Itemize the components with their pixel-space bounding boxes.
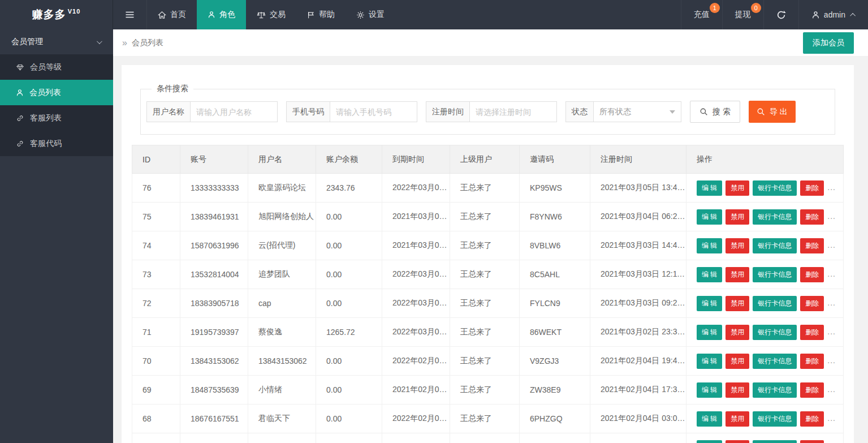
nav-item-recharge[interactable]: 充值 1 (681, 0, 722, 29)
bankcard-info-button[interactable]: 银行卡信息 (753, 238, 797, 253)
chevron-up-icon (850, 12, 856, 18)
edit-button[interactable]: 编 辑 (697, 354, 722, 369)
table-row: 7415870631996云(招代理)0.002021年03月06...王总来了… (132, 231, 844, 260)
more-actions[interactable]: ... (827, 212, 836, 221)
disable-button[interactable]: 禁用 (726, 325, 749, 340)
edit-button[interactable]: 编 辑 (697, 440, 722, 443)
bankcard-info-button[interactable]: 银行卡信息 (753, 296, 797, 311)
sidebar-item-service-list[interactable]: 客服列表 (0, 105, 113, 131)
sidebar-item-label: 客服列表 (30, 113, 62, 123)
username-input[interactable] (191, 102, 277, 122)
edit-button[interactable]: 编 辑 (697, 325, 722, 340)
sidebar-item-member-level[interactable]: 会员等级 (0, 54, 113, 80)
delete-button[interactable]: 删除 (800, 296, 824, 311)
cell-account: 15870631996 (180, 231, 248, 260)
edit-button[interactable]: 编 辑 (697, 382, 722, 398)
edit-button[interactable]: 编 辑 (697, 180, 722, 196)
disable-button[interactable]: 禁用 (726, 411, 749, 427)
bankcard-info-button[interactable]: 银行卡信息 (753, 440, 797, 443)
cell-account: 18676167551 (180, 405, 248, 433)
more-actions[interactable]: ... (827, 298, 836, 307)
bankcard-info-button[interactable]: 银行卡信息 (753, 411, 797, 427)
sidebar-item-label: 客服代码 (30, 139, 62, 149)
delete-button[interactable]: 删除 (800, 209, 824, 225)
disable-button[interactable]: 禁用 (726, 296, 749, 311)
delete-button[interactable]: 删除 (800, 382, 824, 398)
delete-button[interactable]: 删除 (800, 411, 824, 427)
nav-item-settings[interactable]: 设置 (346, 0, 395, 29)
cell-actions: 编 辑禁用银行卡信息删除... (686, 433, 844, 443)
phone-input[interactable] (330, 102, 417, 122)
disable-button[interactable]: 禁用 (726, 267, 749, 282)
bankcard-info-button[interactable]: 银行卡信息 (753, 209, 797, 225)
field-label: 状态 (566, 102, 594, 122)
cell-registered: 2021年03月03日 09:26:27 (590, 289, 686, 318)
disable-button[interactable]: 禁用 (726, 209, 749, 225)
cell-actions: 编 辑禁用银行卡信息删除... (686, 231, 844, 260)
cell-invite: 8C5AHL (520, 260, 590, 289)
disable-button[interactable]: 禁用 (726, 238, 749, 253)
sidebar-item-member-list[interactable]: 会员列表 (0, 80, 113, 105)
disable-button[interactable]: 禁用 (726, 354, 749, 369)
nav-item-withdraw[interactable]: 提现 0 (722, 0, 763, 29)
table-row: 7218383905718cap0.002022年03月04...王总来了FYL… (132, 289, 844, 318)
cell-username: 君临天下 (248, 405, 316, 433)
delete-button[interactable]: 删除 (800, 440, 824, 443)
nav-item-home[interactable]: 首页 (147, 0, 197, 29)
bankcard-info-button[interactable]: 银行卡信息 (753, 325, 797, 340)
column-header: 注册时间 (590, 145, 686, 174)
cell-invite: 86WEKT (520, 318, 590, 347)
disable-button[interactable]: 禁用 (726, 180, 749, 196)
more-actions[interactable]: ... (827, 385, 836, 394)
column-header: 到期时间 (382, 145, 450, 174)
more-actions[interactable]: ... (827, 240, 836, 250)
nav-item-label: 角色 (219, 10, 235, 20)
export-button[interactable]: 导 出 (749, 101, 796, 123)
disable-button[interactable]: 禁用 (726, 440, 749, 443)
nav-item-trade[interactable]: 交易 (246, 0, 296, 29)
more-actions[interactable]: ... (827, 269, 836, 278)
delete-button[interactable]: 删除 (800, 325, 824, 340)
field-label: 注册时间 (426, 102, 470, 122)
cell-balance: 1265.72 (316, 318, 382, 347)
more-actions[interactable]: ... (827, 327, 836, 336)
edit-button[interactable]: 编 辑 (697, 296, 722, 311)
more-actions[interactable]: ... (827, 356, 836, 365)
delete-button[interactable]: 删除 (800, 238, 824, 253)
refresh-button[interactable] (763, 0, 798, 29)
nav-item-role[interactable]: 角色 (197, 0, 246, 29)
add-member-button[interactable]: 添加会员 (803, 32, 854, 54)
recharge-badge: 1 (710, 3, 720, 13)
brand-logo[interactable]: 赚多多 V10 (0, 0, 113, 29)
nav-item-help[interactable]: 帮助 (296, 0, 346, 29)
bankcard-info-button[interactable]: 银行卡信息 (753, 267, 797, 282)
content-card: 条件搜索 用户名称手机号码注册时间状态所有状态搜 索导 出 ID账号用户名账户余… (122, 65, 854, 443)
sidebar-group-member-management[interactable]: 会员管理 (0, 29, 113, 54)
cell-parent: 王总来了 (450, 174, 520, 203)
sidebar-toggle-button[interactable] (113, 0, 147, 29)
edit-button[interactable]: 编 辑 (697, 411, 722, 427)
more-actions[interactable]: ... (827, 414, 836, 423)
edit-button[interactable]: 编 辑 (697, 238, 722, 253)
caret-down-icon (670, 110, 675, 114)
cell-actions: 编 辑禁用银行卡信息删除... (686, 318, 844, 347)
nav-item-label: 设置 (369, 10, 385, 20)
cell-invite: ZW38E9 (520, 376, 590, 405)
bankcard-info-button[interactable]: 银行卡信息 (753, 180, 797, 196)
register-time-input[interactable] (470, 102, 556, 122)
user-menu[interactable]: admin (798, 0, 868, 29)
search-field-status[interactable]: 状态所有状态 (565, 101, 681, 122)
edit-button[interactable]: 编 辑 (697, 209, 722, 225)
edit-button[interactable]: 编 辑 (697, 267, 722, 282)
delete-button[interactable]: 删除 (800, 180, 824, 196)
bankcard-info-button[interactable]: 银行卡信息 (753, 354, 797, 369)
bankcard-info-button[interactable]: 银行卡信息 (753, 382, 797, 398)
delete-button[interactable]: 删除 (800, 354, 824, 369)
cell-balance: 1570.93 (316, 433, 382, 443)
cell-username: 13843153062 (248, 347, 316, 376)
search-button[interactable]: 搜 索 (690, 101, 740, 123)
disable-button[interactable]: 禁用 (726, 382, 749, 398)
more-actions[interactable]: ... (827, 183, 836, 192)
delete-button[interactable]: 删除 (800, 267, 824, 282)
sidebar-item-service-code[interactable]: 客服代码 (0, 131, 113, 156)
